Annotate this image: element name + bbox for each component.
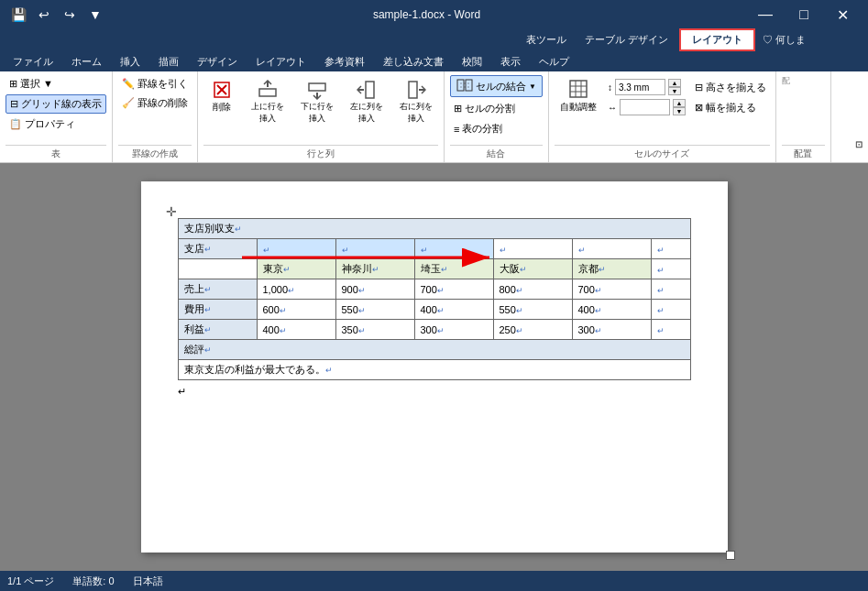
- nav-tab-insert[interactable]: 挿入: [111, 52, 149, 71]
- gridlines-button[interactable]: ⊟ グリッド線の表示: [5, 94, 106, 114]
- width-row: ↔ ▲ ▼: [608, 99, 686, 115]
- ribbon-group-merge: セルの結合 ▼ ⊞ セルの分割 ≡ 表の分割 結合 セルの結合 セルの分割 表の…: [445, 71, 549, 162]
- draw-borders-button[interactable]: ✏️ 罫線を引く: [118, 75, 192, 93]
- close-button[interactable]: ✕: [824, 0, 861, 29]
- subheader-saitama[interactable]: 埼玉↵: [414, 259, 493, 279]
- delete-borders-button[interactable]: 🧹 罫線の削除: [118, 94, 192, 112]
- split-cells-button[interactable]: ⊞ セルの分割: [450, 100, 543, 117]
- insert-right-button[interactable]: 右に列を挿入: [394, 75, 438, 128]
- header-merge-cell-2[interactable]: ↵: [335, 239, 414, 259]
- sales-kyoto[interactable]: 700↵: [572, 279, 651, 300]
- profit-tokyo[interactable]: 400↵: [257, 320, 335, 340]
- table-design-tab[interactable]: テーブル デザイン: [574, 30, 679, 49]
- doc-area: ✛ 支店別収支↵ 支店↵ ↵ ↵ ↵ ↵ ↵: [0, 163, 868, 571]
- minimize-button[interactable]: —: [747, 0, 784, 29]
- window-controls: — □ ✕: [747, 0, 861, 29]
- nav-tab-mailings[interactable]: 差し込み文書: [374, 52, 453, 71]
- width-spinners: ▲ ▼: [673, 99, 686, 115]
- sales-saitama[interactable]: 700↵: [414, 279, 493, 300]
- cost-kanagawa[interactable]: 550↵: [335, 300, 414, 320]
- subheader-kyoto[interactable]: 京都↵: [572, 259, 651, 279]
- header-branch-cell[interactable]: 支店↵: [178, 239, 257, 259]
- insert-above-button[interactable]: 上に行を挿入: [246, 75, 290, 128]
- subheader-osaka[interactable]: 大阪↵: [493, 259, 572, 279]
- header-cell-6[interactable]: ↵: [651, 239, 690, 259]
- autofit-button[interactable]: 自動調整: [555, 75, 602, 117]
- width-input[interactable]: [620, 99, 670, 115]
- height-up-spinner[interactable]: ▲: [668, 79, 681, 87]
- svg-rect-9: [409, 82, 417, 98]
- nav-tab-layout[interactable]: レイアウト: [247, 52, 315, 71]
- sales-extra[interactable]: ↵: [651, 279, 690, 300]
- draw-borders-label: 罫線を引く: [137, 77, 188, 91]
- profit-extra[interactable]: ↵: [651, 320, 690, 340]
- table-tools-bar: 表ツール テーブル デザイン レイアウト ♡ 何しま: [0, 29, 868, 49]
- header-cell-4[interactable]: ↵: [493, 239, 572, 259]
- layout-tab-tools[interactable]: レイアウト: [679, 28, 755, 51]
- profit-label-cell[interactable]: 利益↵: [178, 320, 257, 340]
- profit-kyoto[interactable]: 300↵: [572, 320, 651, 340]
- sales-osaka[interactable]: 800↵: [493, 279, 572, 300]
- nav-tab-review[interactable]: 校閲: [453, 52, 491, 71]
- properties-label: プロパティ: [25, 117, 75, 131]
- table-move-handle[interactable]: ✛: [165, 205, 178, 218]
- split-table-button[interactable]: ≡ 表の分割: [450, 120, 543, 137]
- summary-header-cell[interactable]: 総評↵: [178, 340, 690, 360]
- insert-left-button[interactable]: 左に列を挿入: [345, 75, 389, 128]
- subheader-extra[interactable]: ↵: [651, 259, 690, 279]
- summary-content-cell[interactable]: 東京支店の利益が最大である。↵: [178, 360, 690, 380]
- profit-osaka[interactable]: 250↵: [493, 320, 572, 340]
- title-cell[interactable]: 支店別収支↵: [178, 219, 690, 239]
- summary-header-text: 総評: [184, 344, 204, 355]
- equal-width-button[interactable]: ⊠ 幅を揃える: [691, 99, 770, 116]
- delete-button[interactable]: 削除: [203, 75, 240, 117]
- height-down-spinner[interactable]: ▼: [668, 87, 681, 95]
- header-merge-cell-3[interactable]: ↵: [414, 239, 493, 259]
- nav-tab-home[interactable]: ホーム: [62, 52, 111, 71]
- undo-icon[interactable]: ↩: [33, 4, 55, 26]
- maximize-button[interactable]: □: [786, 0, 822, 29]
- sales-tokyo[interactable]: 1,000↵: [257, 279, 335, 300]
- cellsize-expand-icon[interactable]: ⊡: [855, 139, 863, 149]
- nav-tab-design[interactable]: デザイン: [188, 52, 247, 71]
- nav-tab-file[interactable]: ファイル: [4, 52, 62, 71]
- cost-osaka[interactable]: 550↵: [493, 300, 572, 320]
- subheader-tokyo[interactable]: 東京↵: [257, 259, 335, 279]
- nav-tab-view[interactable]: 表示: [491, 52, 530, 71]
- header-merge-cell-1[interactable]: ↵: [257, 239, 335, 259]
- subheader-kanagawa[interactable]: 神奈川↵: [335, 259, 414, 279]
- height-input[interactable]: [615, 79, 665, 95]
- select-label: 選択 ▼: [20, 77, 53, 91]
- more-icon[interactable]: ▼: [84, 4, 106, 26]
- merge-dropdown-arrow[interactable]: ▼: [529, 82, 536, 91]
- cost-tokyo[interactable]: 600↵: [257, 300, 335, 320]
- merge-cells-button[interactable]: セルの結合 ▼: [450, 75, 543, 97]
- subheader-empty[interactable]: [178, 259, 257, 279]
- width-down-spinner[interactable]: ▼: [673, 107, 686, 115]
- equal-height-button[interactable]: ⊟ 高さを揃える: [691, 79, 770, 96]
- table-resize-handle[interactable]: [726, 551, 735, 560]
- sales-label-cell[interactable]: 売上↵: [178, 279, 257, 300]
- table-group-label: 表: [5, 145, 106, 160]
- cost-saitama[interactable]: 400↵: [414, 300, 493, 320]
- nav-tab-help[interactable]: ヘルプ: [530, 52, 578, 71]
- nav-tab-references[interactable]: 参考資料: [315, 52, 374, 71]
- help-box[interactable]: ♡ 何しま: [755, 30, 813, 49]
- insert-below-button[interactable]: 下に行を挿入: [295, 75, 339, 128]
- sales-kanagawa[interactable]: 900↵: [335, 279, 414, 300]
- width-up-spinner[interactable]: ▲: [673, 99, 686, 107]
- pen-icon: ✏️: [122, 78, 135, 90]
- redo-icon[interactable]: ↪: [59, 4, 81, 26]
- profit-kanagawa[interactable]: 350↵: [335, 320, 414, 340]
- profit-saitama[interactable]: 300↵: [414, 320, 493, 340]
- select-button[interactable]: ⊞ 選択 ▼: [5, 75, 106, 93]
- properties-button[interactable]: 📋 プロパティ: [5, 115, 106, 133]
- nav-tab-draw[interactable]: 描画: [149, 52, 188, 71]
- cost-label-cell[interactable]: 費用↵: [178, 300, 257, 320]
- borders-buttons: ✏️ 罫線を引く 🧹 罫線の削除: [118, 75, 192, 112]
- cost-extra[interactable]: ↵: [651, 300, 690, 320]
- header-cell-5[interactable]: ↵: [572, 239, 651, 259]
- cost-kyoto[interactable]: 400↵: [572, 300, 651, 320]
- table-row-header: 支店↵ ↵ ↵ ↵ ↵ ↵ ↵: [178, 239, 690, 259]
- save-icon[interactable]: 💾: [7, 4, 29, 26]
